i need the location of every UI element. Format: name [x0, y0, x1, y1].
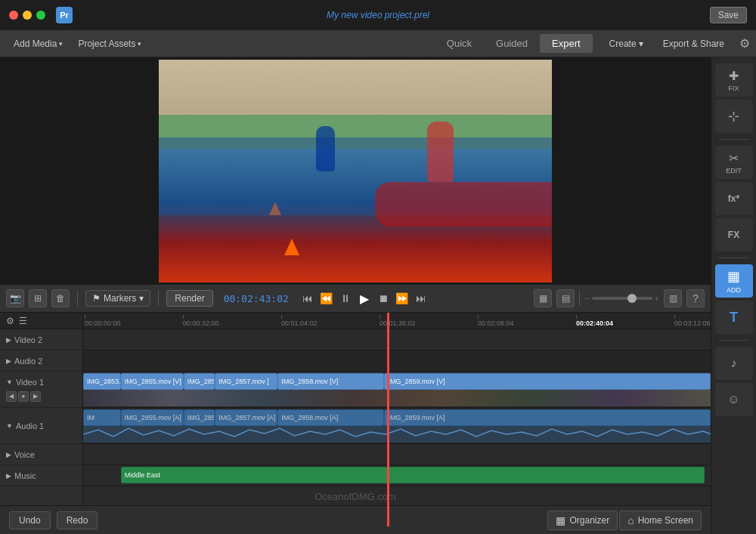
insert-btn[interactable]: ⊞: [29, 289, 47, 307]
main-content: 📷 ⊞ 🗑 ⚑ Markers ▾ Render 00:02:43:02 ⏮ ⏪…: [0, 57, 756, 534]
track-row-video1[interactable]: IMG_2853.mov [V] IMG_2855.mov [V] ty:Opa…: [83, 372, 711, 408]
track-row-audio1[interactable]: IM IMG_2855.mov [A] umeLevel IMG_285 IMG…: [83, 408, 711, 444]
add-panel-btn[interactable]: ▦ ADD: [715, 264, 753, 298]
create-menu[interactable]: Create ▾: [602, 35, 651, 53]
delete-btn[interactable]: 🗑: [51, 289, 70, 307]
video1-expand[interactable]: ▼: [6, 378, 13, 386]
zoom-slider[interactable]: [592, 297, 652, 300]
save-button[interactable]: Save: [710, 7, 747, 23]
fix-panel-btn[interactable]: ✚ FIX: [715, 63, 753, 97]
edit-panel-btn[interactable]: ✂ EDIT: [715, 146, 753, 179]
timeline-right-controls: ▦ ▤ − + ▥ ?: [534, 289, 705, 307]
music-label: Music: [14, 471, 36, 480]
audio-panel-btn[interactable]: ♪: [715, 347, 753, 380]
clip-v1-5[interactable]: IMG_2858.mov [V]: [277, 373, 384, 390]
mode-tabs: Quick Guided Expert: [435, 34, 593, 53]
video2-label: Video 2: [14, 335, 42, 344]
fx-panel-btn[interactable]: FX: [715, 218, 753, 252]
emoji-icon: ☺: [727, 393, 739, 406]
right-panel: ✚ FIX ⊹ ✂ EDIT fx* FX ▦ ADD T ♪ ☺: [711, 57, 756, 534]
undo-button[interactable]: Undo: [9, 511, 51, 529]
markers-flag: ⚑: [92, 293, 101, 304]
panel-divider-3: [719, 340, 749, 341]
zoom-plus[interactable]: +: [655, 294, 659, 303]
render-button[interactable]: Render: [166, 290, 212, 307]
title-panel-btn[interactable]: T: [715, 301, 753, 334]
title-icon: T: [730, 310, 738, 326]
step-fwd-btn[interactable]: ⏩: [394, 290, 411, 307]
markers-arrow: ▾: [139, 293, 144, 304]
minimize-button[interactable]: [23, 11, 32, 20]
emoji-panel-btn[interactable]: ☺: [715, 383, 753, 416]
fx-icon: FX: [728, 230, 739, 240]
track-row-video2[interactable]: [83, 329, 711, 350]
timeline-view-btn[interactable]: ▦: [534, 289, 552, 307]
organizer-button[interactable]: ▦ Organizer: [547, 511, 618, 530]
add-media-arrow: ▾: [59, 40, 63, 48]
clip-a1-2[interactable]: IMG_2855.mov [A] umeLevel: [121, 409, 184, 426]
tab-expert[interactable]: Expert: [540, 34, 593, 53]
to-start-btn[interactable]: ⏮: [299, 290, 316, 307]
project-assets-menu[interactable]: Project Assets ▾: [70, 35, 149, 52]
export-share-button[interactable]: Export & Share: [654, 35, 733, 53]
voice-expand[interactable]: ▶: [6, 451, 11, 458]
home-screen-button[interactable]: ⌂ Home Screen: [619, 511, 702, 530]
clip-v1-2[interactable]: IMG_2855.mov [V] ty:Opacity: [121, 373, 184, 390]
organizer-icon: ▦: [556, 514, 565, 526]
clip-v1-6[interactable]: IMG_2859.mov [V]: [384, 373, 711, 390]
settings-icon[interactable]: ⚙: [739, 36, 750, 51]
clip-v1-1[interactable]: IMG_2853.mov [V]: [83, 373, 121, 390]
track-label-audio2: ▶ Audio 2: [0, 350, 82, 372]
track-label-music: ▶ Music: [0, 465, 82, 486]
motion-fx-panel-btn[interactable]: fx*: [715, 182, 753, 215]
audio2-expand[interactable]: ▶: [6, 357, 11, 365]
markers-dropdown[interactable]: ⚑ Markers ▾: [85, 290, 150, 307]
track-content[interactable]: 00:00:00:00 00:00:32:00 00:01:04:02 00:0…: [83, 313, 711, 526]
music-expand[interactable]: ▶: [6, 472, 11, 480]
edit-label: EDIT: [726, 167, 742, 174]
tab-quick[interactable]: Quick: [435, 34, 484, 53]
track-row-audio2[interactable]: [83, 350, 711, 372]
stop-btn[interactable]: ⏹: [375, 290, 392, 307]
play-btn[interactable]: ▶: [356, 290, 373, 307]
clip-a1-6[interactable]: IMG_2859.mov [A]: [384, 409, 711, 426]
track-label-audio1: ▼ Audio 1: [0, 408, 82, 444]
pause-btn[interactable]: ⏸: [337, 290, 354, 307]
clip-a1-5[interactable]: IMG_2858.mov [A]: [277, 409, 384, 426]
track-settings-icon[interactable]: ⚙: [6, 316, 14, 326]
to-end-btn[interactable]: ⏭: [413, 290, 429, 307]
add-label: ADD: [727, 286, 741, 294]
collapse-btn[interactable]: ▥: [664, 289, 682, 307]
scissors-icon: ✂: [729, 151, 739, 165]
clip-v1-3[interactable]: IMG_285: [184, 373, 215, 390]
clip-a1-4[interactable]: IMG_2857.mov [A]: [215, 409, 277, 426]
zoom-minus[interactable]: −: [584, 294, 589, 303]
audio1-expand[interactable]: ▼: [6, 422, 13, 430]
project-title: My new video project.prel: [327, 10, 429, 20]
video2-expand[interactable]: ▶: [6, 336, 11, 344]
clip-a1-3[interactable]: IMG_285: [184, 409, 215, 426]
track-label-voice: ▶ Voice: [0, 444, 82, 465]
step-back-btn[interactable]: ⏪: [318, 290, 335, 307]
video1-btn1[interactable]: ◀: [6, 391, 17, 402]
track-toggle-icon[interactable]: ☰: [19, 316, 27, 326]
markers-label: Markers: [104, 293, 136, 304]
video1-btn2[interactable]: ●: [18, 391, 29, 402]
clip-a1-1[interactable]: IM: [83, 409, 121, 426]
track-row-music[interactable]: Middle East: [83, 465, 711, 486]
camera-btn[interactable]: 📷: [6, 289, 24, 307]
adjust-panel-btn[interactable]: ⊹: [715, 100, 753, 133]
close-button[interactable]: [9, 11, 18, 20]
clip-music-1[interactable]: Middle East: [121, 467, 705, 483]
clip-v1-4[interactable]: IMG_2857.mov [: [215, 373, 277, 390]
maximize-button[interactable]: [36, 11, 45, 20]
timeline-settings-btn[interactable]: ▤: [556, 289, 575, 307]
help-btn[interactable]: ?: [686, 289, 705, 307]
video1-btn3[interactable]: ▶: [30, 391, 41, 402]
redo-button[interactable]: Redo: [57, 511, 98, 529]
track-row-voice[interactable]: [83, 444, 711, 465]
track-label-video2: ▶ Video 2: [0, 329, 82, 350]
tab-guided[interactable]: Guided: [484, 34, 540, 53]
video1-label: Video 1: [16, 378, 44, 387]
add-media-menu[interactable]: Add Media ▾: [6, 35, 70, 52]
